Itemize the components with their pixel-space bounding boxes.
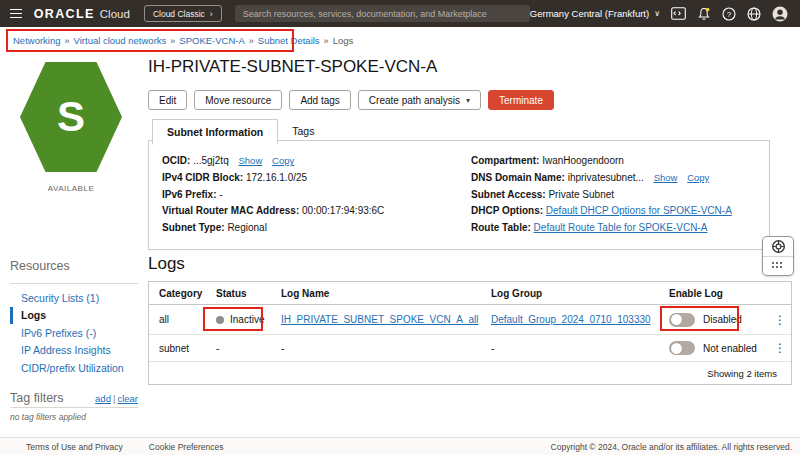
cloud-classic-button[interactable]: Cloud Classic › [144,5,222,22]
resources-list: Security Lists (1) Logs IPv6 Prefixes (-… [10,289,140,377]
logs-table-header: Category Status Log Name Log Group Enabl… [149,282,791,305]
chevron-down-icon: ▾ [466,96,470,105]
sidebar-item-ip-address-insights[interactable]: IP Address Insights [10,342,140,360]
field-dns-domain: DNS Domain Name: ihprivatesubnet... Show… [471,172,732,183]
field-ipv6-prefix: IPv6 Prefix: - [162,189,384,200]
oci-console-page: ORACLE Cloud Cloud Classic › Germany Cen… [0,0,800,455]
user-avatar[interactable] [772,6,788,22]
terms-link[interactable]: Terms of Use and Privacy [26,442,123,452]
hamburger-menu-icon[interactable] [10,9,22,19]
subnet-info-left-column: OCID: ...5gj2tq Show Copy IPv4 CIDR Bloc… [162,155,384,239]
status-letter: S [57,93,85,141]
cell-log-group: - [481,343,659,354]
tag-filters-heading: Tag filters [10,391,64,405]
route-table-link[interactable]: Default Route Table for SPOKE-VCN-A [534,222,708,233]
tab-tags[interactable]: Tags [278,119,328,144]
enable-log-toggle[interactable] [669,341,695,355]
ocid-copy-link[interactable]: Copy [272,155,294,166]
dns-copy-link[interactable]: Copy [687,172,709,183]
breadcrumb-vcn[interactable]: SPOKE-VCN-A [179,35,244,46]
oracle-wordmark: ORACLE [34,7,95,21]
search-input[interactable] [235,5,530,22]
action-buttons: Edit Move resource Add tags Create path … [148,90,554,110]
status-dot-inactive-icon [216,316,224,324]
breadcrumb-vcns[interactable]: Virtual cloud networks [74,35,167,46]
cloud-shell-icon[interactable] [671,7,686,20]
field-route-table: Route Table: Default Route Table for SPO… [471,222,732,233]
page-footer: Terms of Use and Privacy Cookie Preferen… [0,437,800,455]
field-dhcp-options: DHCP Options: Default DHCP Options for S… [471,205,732,216]
chevron-down-icon: ∨ [654,9,660,18]
apps-grid-icon[interactable] [763,257,793,276]
resources-heading: Resources [10,259,70,273]
add-tags-button[interactable]: Add tags [289,90,350,110]
row-actions-kebab-icon[interactable]: ⋮ [769,313,791,327]
sidebar-item-security-lists[interactable]: Security Lists (1) [10,289,140,307]
page-title: IH-PRIVATE-SUBNET-SPOKE-VCN-A [148,57,437,77]
field-router-mac: Virtual Router MAC Address: 00:00:17:94:… [162,205,384,216]
table-row: subnet - - - Not enabled ⋮ [149,335,791,362]
create-path-analysis-button[interactable]: Create path analysis ▾ [358,90,481,110]
detail-tabs: Subnet Information Tags [152,119,328,144]
field-subnet-access: Subnet Access: Private Subnet [471,189,732,200]
svg-text:?: ? [727,10,732,19]
breadcrumb-networking[interactable]: Networking [13,35,61,46]
top-navigation-bar: ORACLE Cloud Cloud Classic › Germany Cen… [0,0,800,27]
logs-table: Category Status Log Name Log Group Enabl… [148,281,792,385]
ocid-show-link[interactable]: Show [239,155,263,166]
logs-section-heading: Logs [148,254,185,274]
divider [10,283,138,284]
cell-status: - [206,343,271,354]
column-enable-log: Enable Log [659,288,769,299]
breadcrumb-current: Logs [333,35,354,46]
dns-show-link[interactable]: Show [654,172,678,183]
log-group-link[interactable]: Default_Group_2024_0710_103330 [491,314,651,325]
field-ocid: OCID: ...5gj2tq Show Copy [162,155,384,166]
language-globe-icon[interactable] [747,7,761,21]
oracle-cloud-logo[interactable]: ORACLE Cloud [34,7,130,21]
column-log-name: Log Name [271,288,481,299]
floating-support-widget [762,236,794,276]
dhcp-options-link[interactable]: Default DHCP Options for SPOKE-VCN-A [546,205,732,216]
table-row: all Inactive IH_PRIVATE_SUBNET_SPOKE_VCN… [149,305,791,335]
field-compartment: Compartment: IwanHoogendoorn [471,155,732,166]
help-icon[interactable]: ? [722,7,736,21]
row-actions-kebab-icon[interactable]: ⋮ [769,341,791,355]
column-log-group: Log Group [481,288,659,299]
cloud-wordmark: Cloud [100,8,130,20]
tag-filters-add-link[interactable]: add [95,393,111,404]
enable-log-toggle[interactable] [669,313,695,327]
resource-status-hexagon: S [20,62,122,172]
items-count: Showing 2 items [707,368,777,379]
toggle-state-label: Not enabled [703,343,757,354]
cookie-preferences-link[interactable]: Cookie Preferences [149,442,224,452]
status-badge: AVAILABLE [20,184,122,193]
cell-category: all [149,314,206,325]
chevron-right-icon: › [210,9,213,19]
topbar-actions: Germany Central (Frankfurt) ∨ ? [530,6,788,22]
notifications-bell-icon[interactable] [697,7,711,21]
tag-filters-clear-link[interactable]: clear [117,393,138,404]
column-status: Status [206,288,271,299]
log-name-link[interactable]: IH_PRIVATE_SUBNET_SPOKE_VCN_A_all [281,314,478,325]
support-lifering-icon[interactable] [763,237,793,257]
tag-filters-header: Tag filters add|clear [10,391,138,405]
breadcrumb: Networking»Virtual cloud networks»SPOKE-… [13,35,353,46]
breadcrumb-subnet-details[interactable]: Subnet Details [258,35,320,46]
cell-log-name: - [271,343,481,354]
region-selector[interactable]: Germany Central (Frankfurt) ∨ [530,8,660,19]
toggle-state-label: Disabled [703,314,742,325]
column-category: Category [149,288,206,299]
cell-status: Inactive [206,314,271,325]
terminate-button[interactable]: Terminate [488,90,554,110]
field-ipv4-cidr: IPv4 CIDR Block: 172.16.1.0/25 [162,172,384,183]
tag-filters-empty-text: no tag filters applied [10,412,86,422]
sidebar-item-logs[interactable]: Logs [10,307,140,325]
subnet-info-right-column: Compartment: IwanHoogendoorn DNS Domain … [471,155,732,239]
move-resource-button[interactable]: Move resource [194,90,282,110]
tab-subnet-information[interactable]: Subnet Information [152,119,278,145]
edit-button[interactable]: Edit [148,90,187,110]
copyright-text: Copyright © 2024, Oracle and/or its affi… [551,442,792,452]
sidebar-item-ipv6-prefixes[interactable]: IPv6 Prefixes (-) [10,324,140,342]
sidebar-item-cidr-utilization[interactable]: CIDR/prefix Utilization [10,359,140,377]
